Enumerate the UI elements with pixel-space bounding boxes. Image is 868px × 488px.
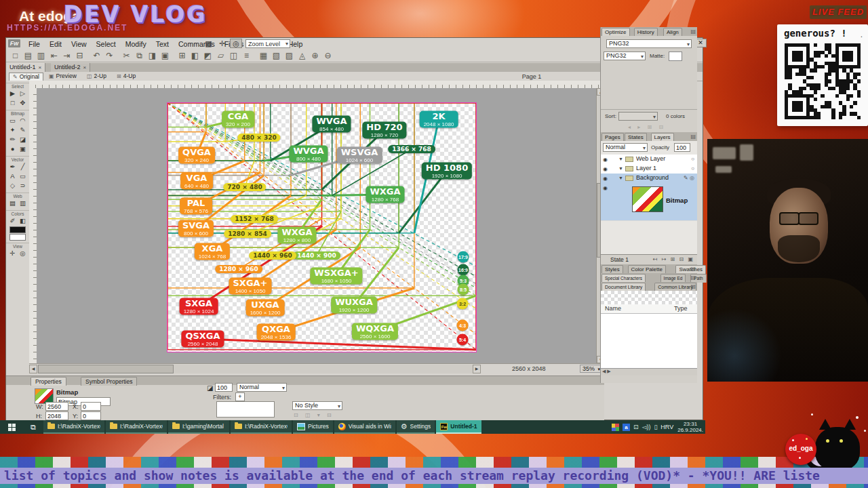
zoom-level-dropdown[interactable]: Zoom Level	[245, 39, 290, 48]
paste-icon[interactable]: ◨	[146, 51, 159, 60]
open-icon[interactable]: ▤	[22, 51, 35, 60]
matte-color-well[interactable]	[669, 52, 682, 61]
group-icon[interactable]: ⊞	[176, 51, 189, 60]
import-icon[interactable]: ⇤	[47, 51, 60, 60]
scroll-left-arrow[interactable]: ◀	[29, 365, 37, 373]
menu-edit[interactable]: Edit	[45, 40, 66, 48]
visibility-eye-icon[interactable]: ◉	[603, 185, 608, 191]
canvas-area[interactable]: CGA320 × 200QVGA320 × 240480 × 320VGA640…	[37, 88, 596, 363]
taskbar-item-untitled-1[interactable]: FwUntitled-1	[436, 420, 481, 434]
distribute-icon[interactable]: ≡	[240, 51, 253, 60]
export-format-dropdown[interactable]: PNG32	[604, 52, 646, 60]
x-field[interactable]	[81, 402, 101, 411]
menu-file[interactable]: File	[24, 40, 45, 48]
taskbar-item-settings[interactable]: ⚙Settings	[397, 420, 435, 434]
visibility-eye-icon[interactable]: ◉	[603, 176, 608, 182]
layer-object-bitmap[interactable]: ◉Bitmap	[601, 183, 697, 221]
horizontal-scroll-thumb[interactable]	[38, 365, 174, 373]
export-preset-dropdown[interactable]: PNG32	[606, 39, 692, 48]
panel-menu-icon[interactable]: ▤	[690, 283, 696, 289]
panel-menu-icon[interactable]: ▤	[690, 274, 696, 281]
tab-close-icon[interactable]: ×	[83, 64, 87, 70]
front-icon[interactable]: ◩	[201, 51, 214, 60]
y-field[interactable]	[81, 411, 101, 420]
pointer-tool-icon[interactable]: ▶	[7, 89, 18, 98]
start-button[interactable]	[0, 420, 23, 434]
opacity-field[interactable]	[215, 383, 233, 392]
eraser-tool-icon[interactable]: ◪	[18, 135, 28, 144]
page-indicator[interactable]: Page 1	[508, 73, 555, 80]
eyedropper-tool-icon[interactable]: ✐	[7, 216, 18, 226]
stroke-color-well[interactable]	[9, 226, 26, 233]
crop-tool-icon[interactable]: ✥	[18, 98, 28, 108]
zoom-tool-icon[interactable]: ◎	[230, 39, 242, 48]
expand-arrow-icon[interactable]: ▼	[618, 157, 623, 161]
tray-phone-icon[interactable]: ▯	[654, 424, 657, 430]
zoom-out-icon[interactable]: ⊖	[321, 51, 334, 60]
freeform-tool-icon[interactable]: ⊃	[18, 181, 28, 190]
expand-arrow-icon[interactable]: ▼	[618, 166, 623, 171]
blur-tool-icon[interactable]: ●	[7, 144, 18, 154]
view-mode-preview[interactable]: ▣Preview	[45, 73, 80, 80]
layer-row-web-layer[interactable]: ◉▼Web Layer○	[601, 155, 697, 165]
layer-row-layer-1[interactable]: ◉▼Layer 1○	[601, 164, 697, 174]
wand-tool-icon[interactable]: ✦	[7, 125, 18, 135]
bucket-tool-icon[interactable]: ◧	[18, 216, 28, 226]
scale-tool-icon[interactable]: □	[7, 98, 18, 108]
view-mode-4-up[interactable]: ⊞4-Up	[113, 73, 139, 80]
zoom-percent-dropdown[interactable]: 35%	[580, 365, 601, 373]
crop-icon[interactable]: ▣	[159, 51, 172, 60]
lasso-tool-icon[interactable]: ◠	[18, 116, 28, 125]
zoom-in-icon[interactable]: ⊕	[309, 51, 321, 60]
zoom-tool-icon[interactable]: ◎	[18, 249, 28, 258]
text-tool-icon[interactable]: A	[7, 171, 18, 181]
line-tool-icon[interactable]: ╱	[18, 162, 28, 171]
tray-display-icon[interactable]: ⊡	[633, 424, 639, 430]
taskbar-item-visual-aids-in-wind-[interactable]: Visual aids in Wind...	[334, 420, 395, 434]
new-doc-icon[interactable]: □	[9, 51, 22, 60]
cut-icon[interactable]: ✂	[120, 51, 133, 60]
style-dropdown[interactable]: No Style	[292, 401, 342, 410]
visibility-eye-icon[interactable]: ◉	[603, 157, 608, 163]
library-scrollbar[interactable]: ◀ ▶	[601, 368, 697, 375]
task-view-button[interactable]: ⧉	[23, 423, 43, 432]
tray-clock[interactable]: 23:31 26.9.2024.	[677, 421, 703, 433]
print-icon[interactable]: ⊟	[73, 51, 86, 60]
resolution-chart-bitmap[interactable]: CGA320 × 200QVGA320 × 240480 × 320VGA640…	[167, 102, 477, 352]
column-name[interactable]: Name	[605, 305, 621, 312]
stamp-tool-icon[interactable]: ▣	[18, 144, 28, 154]
panel-menu-icon[interactable]: ▤	[690, 266, 696, 272]
back-icon[interactable]: ▱	[214, 51, 227, 60]
filters-list[interactable]	[216, 401, 275, 418]
tray-language-indicator[interactable]: HRV	[660, 424, 673, 430]
taskbar-item-i-radnix-vortexco-[interactable]: I:\RadniX-VortexCo...	[106, 420, 167, 434]
scroll-right-arrow[interactable]: ▶	[473, 365, 481, 373]
brush-tool-icon[interactable]: ✎	[18, 125, 28, 135]
save-icon[interactable]: ▥	[35, 51, 47, 60]
marquee-tool-icon[interactable]: ▭	[7, 116, 18, 125]
subselection-tool-icon[interactable]: ▷	[18, 89, 28, 98]
slice-tool-icon[interactable]: ▥	[18, 199, 28, 208]
doc-tab-untitled-2[interactable]: Untitled-2×	[51, 63, 90, 72]
tab-properties[interactable]: Properties	[31, 377, 66, 386]
rotate-icon[interactable]: ◬	[296, 51, 309, 60]
fill-color-well[interactable]	[9, 234, 26, 241]
tab-symbol-properties[interactable]: Symbol Properties	[81, 377, 137, 386]
layer-blend-dropdown[interactable]: Normal	[603, 143, 648, 152]
column-type[interactable]: Type	[674, 305, 688, 312]
taskbar-item-i-radnix-vortexco-[interactable]: I:\RadniX-VortexCo...	[231, 420, 292, 434]
taskbar-item-i-gaming-mortal-k-[interactable]: I:\gaming\Mortal K...	[168, 420, 229, 434]
ellipse-tool-icon[interactable]: ◇	[7, 181, 18, 190]
sort-dropdown[interactable]	[618, 112, 658, 121]
menu-text[interactable]: Text	[151, 40, 174, 48]
state-bar-icons[interactable]: ↤ ↦ ⊞ ⊟ ▣	[653, 256, 694, 262]
height-field[interactable]	[45, 411, 68, 420]
copy-icon[interactable]: ⧉	[133, 51, 146, 60]
taskbar-item-pictures[interactable]: Pictures	[293, 420, 333, 434]
hand-icon[interactable]: ✛	[216, 39, 228, 48]
panel-menu-icon[interactable]: ▤	[690, 28, 696, 35]
tab-close-icon[interactable]: ×	[39, 64, 42, 70]
taskbar-item-i-radnix-vortexco-[interactable]: I:\RadniX-VortexCo...	[43, 420, 104, 434]
export-icon[interactable]: ⇥	[60, 51, 73, 60]
redo-icon[interactable]: ↷	[103, 51, 116, 60]
